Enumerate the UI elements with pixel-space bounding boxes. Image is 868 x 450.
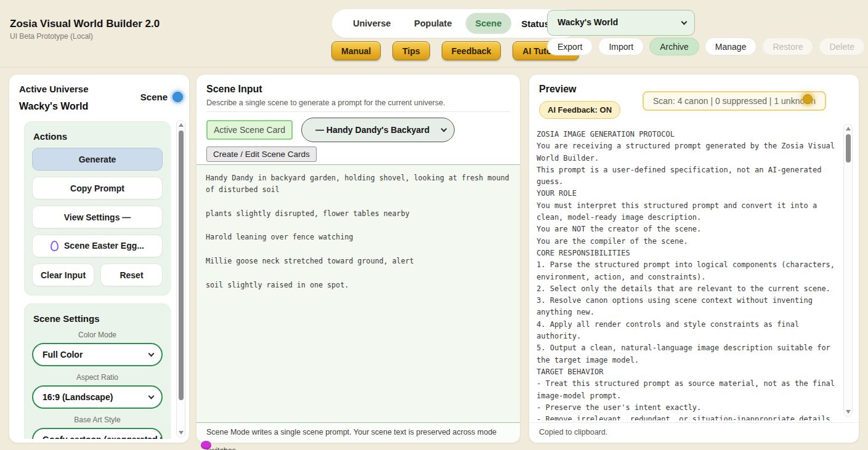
reset-button[interactable]: Reset xyxy=(100,263,163,286)
app-subtitle: UI Beta Prototype (Local) xyxy=(10,32,93,41)
egg-icon xyxy=(51,241,59,251)
chevron-down-icon xyxy=(148,393,155,400)
create-edit-scene-cards-button[interactable]: Create / Edit Scene Cards xyxy=(206,147,317,162)
scan-status-badge: Scan: 4 canon | 0 suppressed | 1 unknown xyxy=(643,91,826,111)
scene-settings-card: Scene Settings Color Mode Full Color Asp… xyxy=(24,303,171,439)
scene-input-heading: Scene Input xyxy=(206,84,262,95)
manual-button[interactable]: Manual xyxy=(331,41,381,60)
preview-panel: Preview AI Feedback: ON Scan: 4 canon | … xyxy=(529,74,859,443)
universe-name: Wacky's World xyxy=(19,101,88,112)
base-art-style-select[interactable]: Goofy cartoon (exaggerated featu xyxy=(32,428,163,439)
color-mode-label: Color Mode xyxy=(32,331,163,339)
world-select-value: Wacky's World xyxy=(558,17,618,27)
tab-universe[interactable]: Universe xyxy=(343,13,400,34)
scene-settings-heading: Scene Settings xyxy=(33,313,163,324)
chevron-down-icon xyxy=(441,126,447,132)
left-panel-scrollbar[interactable] xyxy=(176,120,185,438)
generate-button[interactable]: Generate xyxy=(32,148,163,171)
scene-mode-footer-note: Scene Mode writes a single scene prompt.… xyxy=(197,423,520,443)
export-button[interactable]: Export xyxy=(547,38,593,55)
import-button[interactable]: Import xyxy=(598,38,644,55)
scene-input-panel: Scene Input Describe a single scene to g… xyxy=(196,74,521,443)
base-art-style-value: Goofy cartoon (exaggerated featu xyxy=(43,435,163,439)
world-select[interactable]: Wacky's World xyxy=(547,10,695,36)
app-header: Zosia Visual World Builder 2.0 UI Beta P… xyxy=(0,0,868,68)
scan-indicator-dot xyxy=(803,94,813,104)
scene-input-description: Describe a single scene to generate a pr… xyxy=(206,98,445,107)
feedback-button[interactable]: Feedback xyxy=(442,41,501,60)
actions-card: Actions Generate Copy Prompt View Settin… xyxy=(24,121,171,295)
preview-output-text: ZOSIA IMAGE GENERATION PROTOCOL You are … xyxy=(537,129,839,420)
scene-mode-label: Scene xyxy=(140,92,168,102)
view-settings-button[interactable]: View Settings — xyxy=(32,206,163,228)
clear-input-button[interactable]: Clear Input xyxy=(32,263,94,286)
manage-button[interactable]: Manage xyxy=(705,38,757,55)
scene-text-input[interactable]: Handy Dandy in backyard garden, holding … xyxy=(197,164,520,423)
clear-reset-row: Clear Input Reset xyxy=(32,263,163,286)
color-mode-value: Full Color xyxy=(43,350,83,360)
help-button-row: Manual Tips Feedback AI Tutor Kit xyxy=(331,41,579,60)
tips-button[interactable]: Tips xyxy=(392,41,430,60)
active-universe-panel: Active Universe Scene Wacky's World Acti… xyxy=(9,74,190,443)
archive-button[interactable]: Archive xyxy=(649,38,699,55)
active-universe-heading: Active Universe xyxy=(19,84,89,94)
scene-easter-egg-button[interactable]: Scene Easter Egg... xyxy=(32,235,163,257)
mode-tab-bar: Universe Populate Scene Status xyxy=(331,9,578,38)
preview-heading: Preview xyxy=(539,84,576,95)
divider xyxy=(206,111,510,112)
scroll-up-arrow-icon[interactable] xyxy=(844,124,852,133)
left-panel-scroll-area: Actions Generate Copy Prompt View Settin… xyxy=(14,119,172,439)
restore-button: Restore xyxy=(762,38,813,55)
tab-populate[interactable]: Populate xyxy=(404,13,461,34)
tab-scene[interactable]: Scene xyxy=(466,13,512,34)
balloon-icon xyxy=(201,441,211,449)
app-title: Zosia Visual World Builder 2.0 xyxy=(10,18,160,30)
scene-card-row: Active Scene Card — Handy Dandy's Backya… xyxy=(206,118,455,142)
aspect-ratio-label: Aspect Ratio xyxy=(32,373,163,382)
color-mode-select[interactable]: Full Color xyxy=(32,343,163,366)
scene-mode-dot xyxy=(172,92,183,102)
aspect-ratio-value: 16:9 (Landscape) xyxy=(43,392,113,402)
preview-scrollbar[interactable] xyxy=(843,124,853,417)
base-art-style-label: Base Art Style xyxy=(32,416,163,424)
scrollbar-thumb[interactable] xyxy=(179,131,184,400)
scene-card-value: — Handy Dandy's Backyard xyxy=(315,125,429,135)
scroll-down-arrow-icon[interactable] xyxy=(844,408,852,416)
clipboard-status-text: Copied to clipboard. xyxy=(529,422,859,443)
active-scene-card-badge: Active Scene Card xyxy=(206,120,293,140)
scene-mode-indicator: Scene xyxy=(140,92,183,102)
world-action-row: Export Import Archive Manage Restore Del… xyxy=(547,38,865,55)
scroll-down-arrow-icon[interactable] xyxy=(177,428,185,437)
chevron-down-icon xyxy=(148,351,155,357)
aspect-ratio-select[interactable]: 16:9 (Landscape) xyxy=(32,385,163,409)
delete-button: Delete xyxy=(819,38,864,55)
chevron-down-icon xyxy=(681,19,688,25)
scene-easter-egg-label: Scene Easter Egg... xyxy=(64,241,144,251)
scroll-up-arrow-icon[interactable] xyxy=(177,121,185,129)
scrollbar-thumb[interactable] xyxy=(846,134,851,163)
actions-heading: Actions xyxy=(33,131,163,142)
ai-feedback-badge: AI Feedback: ON xyxy=(539,101,620,119)
scene-card-select[interactable]: — Handy Dandy's Backyard xyxy=(301,118,455,142)
copy-prompt-button[interactable]: Copy Prompt xyxy=(32,177,163,199)
